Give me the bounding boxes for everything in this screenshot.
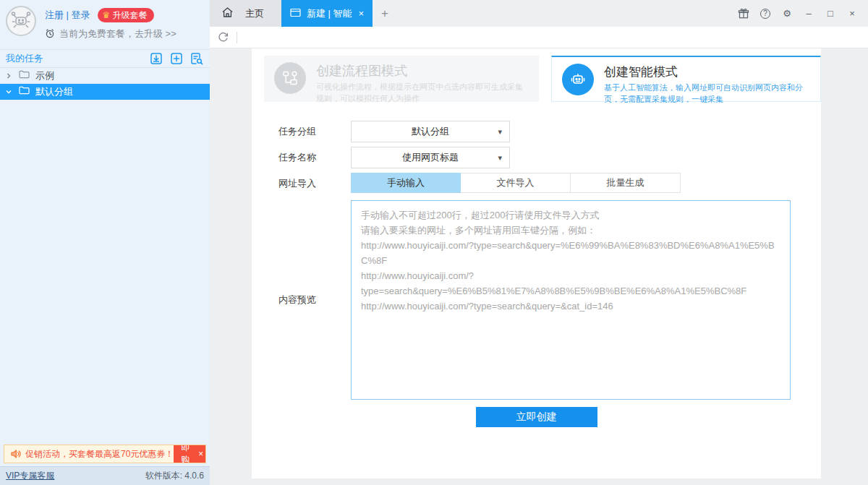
mode-cards: 创建流程图模式 可视化操作流程，根据提示在网页中点选内容即可生成采集规则，可以模… (264, 56, 821, 102)
caret-down-icon: ▾ (498, 127, 502, 137)
chevron-down-icon (6, 88, 13, 95)
task-group-label: 任务分组 (278, 121, 351, 142)
promo-banner: 促销活动，买套餐最高返70元优惠券！ 立即购买 × (4, 445, 206, 463)
search-task-icon[interactable] (190, 51, 204, 66)
tab-home-label: 主页 (245, 7, 264, 20)
flowchart-icon (274, 62, 306, 94)
folder-icon (19, 70, 30, 81)
vip-support-link[interactable]: VIP专属客服 (6, 470, 54, 482)
upgrade-badge-label: 升级套餐 (112, 8, 147, 22)
new-task-panel: 创建流程图模式 可视化操作流程，根据提示在网页中点选内容即可生成采集规则，可以模… (252, 48, 821, 478)
upgrade-badge-button[interactable]: ♛升级套餐 (98, 8, 155, 22)
new-task-form: 任务分组 默认分组 ▾ 任务名称 使用网页标题 ▾ (252, 121, 821, 427)
promo-text: 促销活动，买套餐最高返70元优惠券！ (25, 448, 174, 460)
flowchart-mode-title: 创建流程图模式 (316, 62, 529, 80)
task-name-label: 任务名称 (278, 147, 351, 168)
tree-item-default-group[interactable]: 默认分组 (0, 84, 210, 100)
speaker-icon (4, 449, 25, 459)
home-icon (221, 7, 234, 20)
crab-logo-icon (10, 9, 32, 33)
free-plan-notice[interactable]: 当前为免费套餐，去升级 >> (59, 27, 176, 40)
minimize-icon[interactable]: – (803, 8, 814, 20)
task-name-value: 使用网页标题 (402, 151, 459, 164)
url-input-area[interactable]: 手动输入不可超过200行，超过200行请使用文件导入方式 请输入要采集的网址，多… (351, 200, 791, 400)
smart-mode-card[interactable]: 创建智能模式 基于人工智能算法，输入网址即可自动识别网页内容和分页，无需配置采集… (551, 56, 821, 102)
create-now-button[interactable]: 立即创建 (476, 407, 597, 427)
tab-file-import[interactable]: 文件导入 (461, 173, 571, 193)
task-name-select[interactable]: 使用网页标题 ▾ (351, 147, 510, 168)
tab-batch-generate[interactable]: 批量生成 (571, 173, 681, 193)
gift-icon[interactable] (738, 8, 749, 20)
register-login-link[interactable]: 注册 | 登录 (45, 9, 90, 22)
tab-label: 新建 | 智能... (307, 7, 352, 20)
url-import-tabs: 手动输入 文件导入 批量生成 (351, 173, 681, 194)
smart-mode-title: 创建智能模式 (604, 64, 810, 80)
app-version: 软件版本: 4.0.6 (145, 470, 204, 482)
sidebar: 注册 | 登录 ♛升级套餐 当前为免费套餐，去升级 >> 我的任务 (0, 0, 210, 485)
tab-manual-input[interactable]: 手动输入 (351, 173, 461, 193)
tasks-header: 我的任务 (0, 49, 210, 68)
toolbar-divider (237, 32, 237, 43)
url-input-placeholder: 手动输入不可超过200行，超过200行请使用文件导入方式 请输入要采集的网址，多… (361, 207, 780, 314)
crown-icon: ♛ (103, 8, 111, 22)
close-window-icon[interactable]: × (846, 8, 858, 20)
chevron-right-icon (6, 72, 13, 80)
task-tree: 示例 默认分组 (0, 68, 210, 100)
folder-icon (19, 86, 30, 97)
content-preview-label: 内容预览 (278, 293, 351, 306)
tab-bar: 主页 新建 | 智能... × + ? ⚙ – (210, 0, 868, 27)
window-icon (290, 8, 301, 20)
robot-icon (562, 64, 594, 95)
content-area: 创建流程图模式 可视化操作流程，根据提示在网页中点选内容即可生成采集规则，可以模… (210, 48, 868, 485)
new-tab-button[interactable]: + (373, 0, 397, 27)
app-window: 注册 | 登录 ♛升级套餐 当前为免费套餐，去升级 >> 我的任务 (0, 0, 868, 485)
alarm-clock-icon (45, 28, 55, 40)
add-group-icon[interactable] (169, 51, 184, 66)
user-lines: 注册 | 登录 ♛升级套餐 当前为免费套餐，去升级 >> (45, 6, 176, 40)
user-block: 注册 | 登录 ♛升级套餐 当前为免费套餐，去升级 >> (0, 0, 210, 43)
tree-item-label: 默认分组 (35, 85, 73, 98)
flowchart-mode-card[interactable]: 创建流程图模式 可视化操作流程，根据提示在网页中点选内容即可生成采集规则，可以模… (264, 56, 539, 102)
task-group-value: 默认分组 (412, 125, 449, 138)
sidebar-footer: VIP专属客服 软件版本: 4.0.6 (0, 466, 210, 485)
help-icon[interactable]: ? (760, 8, 771, 20)
window-controls: ? ⚙ – □ × (728, 0, 868, 27)
refresh-icon[interactable] (217, 31, 229, 43)
buy-now-button[interactable]: 立即购买 (174, 445, 197, 463)
avatar[interactable] (6, 6, 36, 36)
main-column: 主页 新建 | 智能... × + ? ⚙ – (210, 0, 868, 485)
my-tasks-title: 我的任务 (6, 52, 43, 65)
tree-item-label: 示例 (35, 69, 54, 82)
tab-close-icon[interactable]: × (358, 8, 364, 19)
url-import-label: 网址导入 (278, 173, 351, 194)
caret-down-icon: ▾ (498, 153, 502, 163)
tree-item-examples[interactable]: 示例 (0, 68, 210, 84)
tab-new-smart-task[interactable]: 新建 | 智能... × (281, 0, 373, 27)
smart-mode-desc: 基于人工智能算法，输入网址即可自动识别网页内容和分页，无需配置采集规则，一键采集 (604, 82, 810, 106)
promo-close-icon[interactable]: × (197, 445, 206, 463)
task-group-select[interactable]: 默认分组 ▾ (351, 121, 510, 142)
browser-toolbar (210, 27, 868, 48)
maximize-icon[interactable]: □ (825, 8, 836, 20)
import-task-icon[interactable] (149, 51, 163, 66)
flowchart-mode-desc: 可视化操作流程，根据提示在网页中点选内容即可生成采集规则，可以模拟任何人为操作 (316, 82, 529, 105)
tab-home[interactable]: 主页 (210, 0, 281, 27)
settings-gear-icon[interactable]: ⚙ (781, 8, 793, 20)
